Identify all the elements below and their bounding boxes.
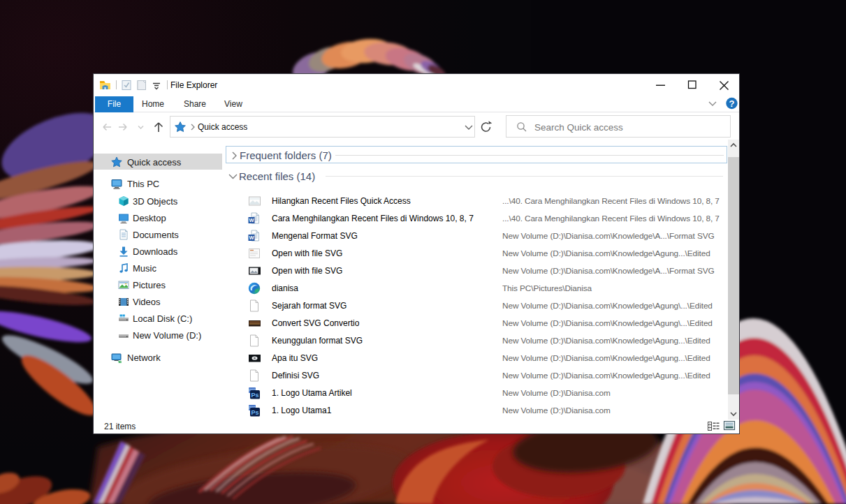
svg-text:Ps: Ps [251,392,258,399]
svg-text:W: W [249,235,254,241]
svg-text:Ps: Ps [251,409,258,416]
svg-text:W: W [249,217,254,223]
svg-text:?: ? [729,98,735,109]
